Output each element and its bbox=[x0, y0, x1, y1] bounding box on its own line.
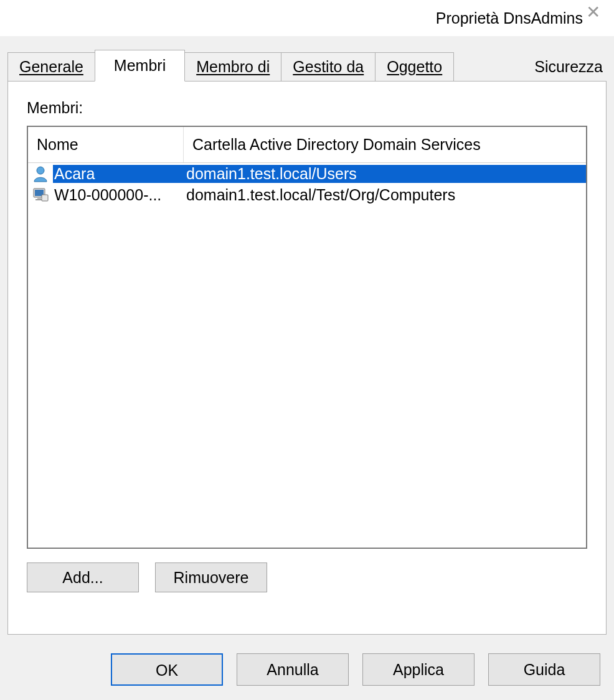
row-folder: domain1.test.local/Test/Org/Computers bbox=[184, 186, 586, 204]
members-listview[interactable]: Nome Cartella Active Directory Domain Se… bbox=[27, 126, 587, 549]
listview-rows: Acaradomain1.test.local/UsersW10-000000-… bbox=[28, 163, 586, 205]
svg-rect-3 bbox=[37, 197, 41, 199]
column-header-folder[interactable]: Cartella Active Directory Domain Service… bbox=[184, 127, 586, 162]
tabs-row: Generale Membri Membro di Gestito da Ogg… bbox=[0, 50, 614, 81]
table-row[interactable]: W10-000000-...domain1.test.local/Test/Or… bbox=[28, 184, 586, 205]
members-label: Membri: bbox=[27, 99, 587, 117]
tab-membri[interactable]: Membri bbox=[95, 50, 185, 82]
column-header-name[interactable]: Nome bbox=[28, 127, 184, 162]
user-icon bbox=[28, 165, 53, 182]
listview-header: Nome Cartella Active Directory Domain Se… bbox=[28, 127, 586, 163]
cancel-button[interactable]: Annulla bbox=[237, 653, 349, 686]
add-button[interactable]: Add... bbox=[27, 562, 139, 592]
row-name: Acara bbox=[53, 165, 184, 183]
tab-sicurezza[interactable]: Sicurezza bbox=[523, 53, 614, 81]
tab-oggetto[interactable]: Oggetto bbox=[375, 52, 454, 81]
row-name: W10-000000-... bbox=[53, 186, 184, 204]
apply-button[interactable]: Applica bbox=[362, 653, 475, 686]
tab-generale[interactable]: Generale bbox=[7, 52, 95, 81]
table-row[interactable]: Acaradomain1.test.local/Users bbox=[28, 163, 586, 184]
svg-rect-5 bbox=[42, 195, 48, 201]
dialog-actions: OK Annulla Applica Guida bbox=[0, 635, 614, 686]
ok-button[interactable]: OK bbox=[111, 653, 223, 686]
panel-actions: Add... Rimuovere bbox=[27, 562, 587, 592]
row-folder: domain1.test.local/Users bbox=[184, 165, 586, 183]
tab-gestito-da[interactable]: Gestito da bbox=[281, 52, 375, 81]
titlebar: Proprietà DnsAdmins ✕ bbox=[0, 0, 614, 36]
remove-button[interactable]: Rimuovere bbox=[155, 562, 267, 592]
tab-panel-membri: Membri: Nome Cartella Active Directory D… bbox=[7, 81, 607, 635]
help-button[interactable]: Guida bbox=[488, 653, 600, 686]
window-body: Generale Membri Membro di Gestito da Ogg… bbox=[0, 36, 614, 686]
close-icon[interactable]: ✕ bbox=[586, 4, 600, 21]
svg-point-0 bbox=[37, 167, 44, 174]
tab-membro-di[interactable]: Membro di bbox=[184, 52, 281, 81]
computer-icon bbox=[28, 186, 53, 203]
window-title: Proprietà DnsAdmins bbox=[436, 9, 583, 27]
